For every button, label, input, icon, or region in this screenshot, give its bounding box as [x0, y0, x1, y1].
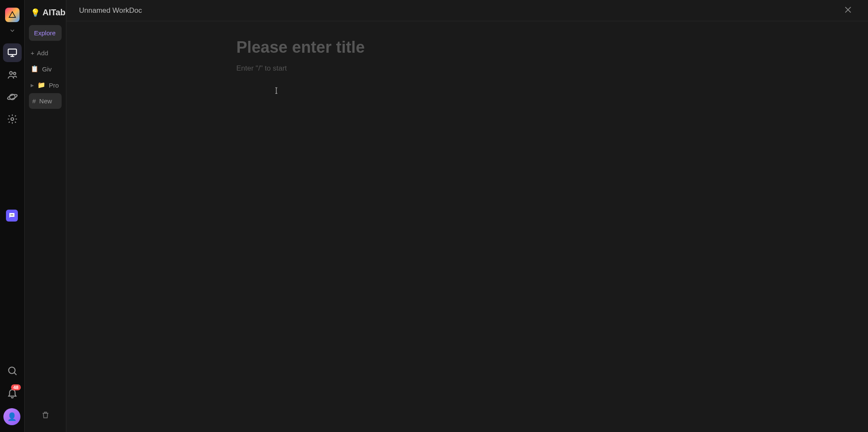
sidebar-item-1[interactable]: 📁 Pro	[29, 77, 62, 93]
people-icon[interactable]	[3, 65, 22, 84]
main-area: Unnamed WorkDoc Enter "/" to start	[66, 0, 868, 432]
notification-badge: 48	[11, 384, 20, 390]
item-label: New	[39, 97, 52, 105]
item-icon: 📋	[31, 65, 39, 73]
chat-icon[interactable]	[6, 210, 18, 222]
svg-rect-0	[8, 49, 17, 54]
explore-button[interactable]: Explore	[29, 25, 62, 41]
svg-point-8	[11, 215, 11, 216]
search-icon[interactable]	[3, 361, 22, 380]
item-label: Giv	[42, 65, 52, 73]
text-cursor-icon	[272, 86, 280, 97]
svg-point-5	[11, 118, 14, 121]
document-editor: Enter "/" to start	[66, 21, 868, 432]
planet-icon[interactable]	[3, 88, 22, 106]
item-label: Pro	[49, 82, 59, 89]
svg-point-2	[13, 72, 15, 74]
close-button[interactable]	[841, 3, 855, 19]
add-button[interactable]: + Add	[29, 45, 62, 61]
svg-point-9	[11, 215, 12, 216]
svg-point-4	[7, 94, 17, 100]
gear-icon[interactable]	[3, 110, 22, 128]
titlebar: Unnamed WorkDoc	[66, 0, 868, 21]
svg-point-10	[12, 215, 13, 216]
plus-icon: +	[31, 49, 34, 57]
title-input[interactable]	[236, 38, 576, 57]
avatar[interactable]: 👤	[3, 408, 20, 425]
doc-title: Unnamed WorkDoc	[79, 6, 142, 15]
add-label: Add	[37, 49, 48, 57]
svg-point-1	[9, 71, 12, 74]
brand-name: AITab	[43, 8, 65, 17]
body-input[interactable]: Enter "/" to start	[236, 64, 868, 73]
sidebar-item-0[interactable]: 📋 Giv	[29, 61, 62, 77]
monitor-icon[interactable]	[3, 43, 22, 62]
brand: 💡 AITab	[29, 6, 62, 19]
brand-emoji: 💡	[31, 8, 40, 17]
trash-icon[interactable]	[41, 411, 50, 421]
svg-point-6	[9, 367, 15, 373]
folder-icon: 📁	[37, 81, 45, 89]
bell-icon[interactable]: 48	[3, 384, 22, 402]
side-panel: 💡 AITab Explore + Add 📋 Giv 📁 Pro # New	[25, 0, 66, 432]
chevron-down-icon[interactable]	[9, 27, 16, 36]
app-logo[interactable]	[5, 8, 20, 22]
hash-icon: #	[32, 97, 36, 105]
sidebar-item-2[interactable]: # New	[29, 93, 62, 109]
